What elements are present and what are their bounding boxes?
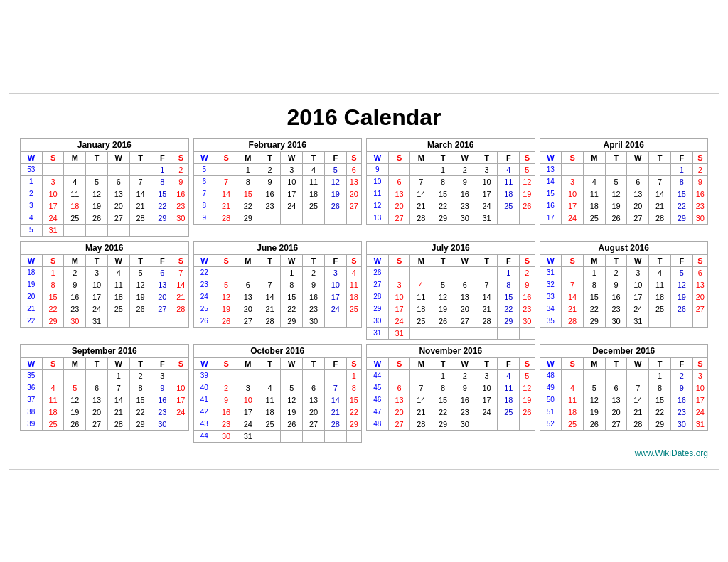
- month-title: December 2016: [540, 344, 708, 357]
- day-cell: 11: [303, 175, 325, 188]
- day-cell: 26: [605, 212, 627, 224]
- col-header-day: M: [237, 254, 259, 266]
- day-cell: [215, 266, 237, 279]
- day-cell: 16: [259, 188, 281, 200]
- col-header-day: T: [605, 254, 627, 266]
- day-cell: 17: [237, 406, 259, 418]
- day-cell: 27: [388, 212, 410, 224]
- day-cell: 27: [151, 303, 173, 315]
- day-cell: 28: [173, 303, 188, 315]
- day-cell: 14: [476, 291, 498, 303]
- week-number: 5: [193, 163, 215, 175]
- day-cell: 6: [107, 175, 129, 188]
- day-cell: 10: [42, 188, 64, 200]
- col-header-day: M: [64, 357, 86, 369]
- day-cell: [151, 224, 173, 236]
- day-cell: 14: [649, 188, 671, 200]
- day-cell: 24: [627, 303, 649, 315]
- day-cell: 11: [346, 279, 361, 291]
- day-cell: 23: [454, 200, 476, 212]
- day-cell: 24: [173, 406, 188, 418]
- month-title: June 2016: [193, 241, 362, 254]
- day-cell: 4: [649, 266, 671, 279]
- col-header-sun: S: [562, 151, 584, 163]
- day-cell: 22: [649, 406, 671, 418]
- day-cell: 27: [605, 418, 627, 430]
- day-cell: 9: [454, 175, 476, 188]
- day-cell: [583, 163, 605, 175]
- month-title: October 2016: [193, 344, 362, 357]
- col-header-sun: S: [42, 254, 64, 266]
- day-cell: 26: [86, 212, 108, 224]
- day-cell: 1: [432, 369, 454, 382]
- day-cell: 16: [151, 394, 173, 406]
- month-container: September 2016WSMTWTFS351233645678910371…: [20, 344, 189, 443]
- day-cell: 3: [324, 266, 346, 279]
- day-cell: 12: [520, 382, 535, 394]
- day-cell: 28: [410, 418, 432, 430]
- week-number: 39: [193, 369, 215, 382]
- col-header-day: T: [129, 254, 151, 266]
- month-title: September 2016: [21, 344, 189, 357]
- day-cell: 26: [215, 315, 237, 327]
- week-number: 51: [540, 406, 562, 418]
- day-cell: 13: [151, 279, 173, 291]
- day-cell: 13: [346, 175, 361, 188]
- day-cell: 19: [432, 303, 454, 315]
- day-cell: 17: [86, 291, 108, 303]
- day-cell: [42, 369, 64, 382]
- day-cell: [649, 163, 671, 175]
- day-cell: 23: [303, 303, 325, 315]
- col-header-day: T: [129, 151, 151, 163]
- week-number: 31: [540, 266, 562, 279]
- col-header-sun: S: [42, 151, 64, 163]
- day-cell: 6: [454, 279, 476, 291]
- day-cell: 5: [432, 279, 454, 291]
- col-header-day: W: [107, 357, 129, 369]
- day-cell: 6: [605, 382, 627, 394]
- day-cell: [583, 369, 605, 382]
- day-cell: 22: [151, 200, 173, 212]
- day-cell: 2: [303, 266, 325, 279]
- day-cell: 21: [215, 200, 237, 212]
- day-cell: 23: [520, 303, 535, 315]
- day-cell: 23: [454, 406, 476, 418]
- day-cell: [627, 163, 649, 175]
- day-cell: 21: [649, 200, 671, 212]
- day-cell: 1: [42, 266, 64, 279]
- day-cell: 12: [324, 175, 346, 188]
- day-cell: 29: [281, 315, 303, 327]
- col-header-day: W: [627, 254, 649, 266]
- day-cell: [303, 369, 325, 382]
- week-number: 48: [540, 369, 562, 382]
- day-cell: 29: [583, 315, 605, 327]
- col-header-sat: S: [520, 151, 535, 163]
- day-cell: 21: [107, 406, 129, 418]
- day-cell: 1: [237, 163, 259, 175]
- week-number: 43: [193, 418, 215, 430]
- day-cell: [259, 212, 281, 224]
- week-number: 20: [21, 291, 43, 303]
- day-cell: 13: [86, 394, 108, 406]
- day-cell: 22: [670, 200, 692, 212]
- day-cell: 3: [692, 369, 707, 382]
- day-cell: 26: [432, 315, 454, 327]
- day-cell: 10: [692, 382, 707, 394]
- day-cell: 12: [86, 188, 108, 200]
- day-cell: 14: [173, 279, 188, 291]
- day-cell: 27: [303, 418, 325, 430]
- day-cell: 28: [410, 212, 432, 224]
- day-cell: 12: [281, 394, 303, 406]
- day-cell: [520, 327, 535, 339]
- col-header-day: M: [583, 151, 605, 163]
- day-cell: 29: [346, 418, 361, 430]
- week-number: 40: [193, 382, 215, 394]
- day-cell: 7: [324, 382, 346, 394]
- day-cell: 11: [562, 394, 584, 406]
- col-header-sat: S: [346, 151, 361, 163]
- day-cell: [151, 315, 173, 327]
- day-cell: 19: [324, 188, 346, 200]
- day-cell: 9: [670, 382, 692, 394]
- day-cell: 6: [388, 382, 410, 394]
- col-header-sun: S: [215, 254, 237, 266]
